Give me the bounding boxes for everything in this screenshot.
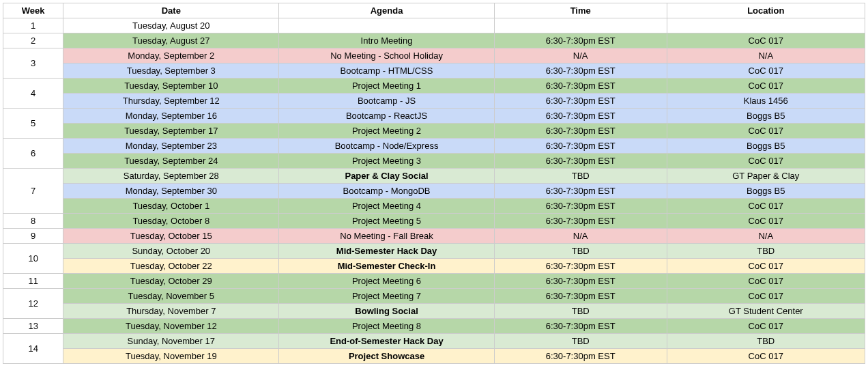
date-cell: Thursday, November 7 [63, 304, 279, 319]
location-cell: N/A [667, 229, 865, 244]
location-cell: CoC 017 [667, 349, 865, 364]
table-row: Monday, September 30Bootcamp - MongoDB6:… [3, 184, 865, 199]
location-cell: CoC 017 [667, 154, 865, 169]
date-cell: Tuesday, October 22 [63, 259, 279, 274]
time-cell: TBD [494, 334, 667, 349]
location-cell: TBD [667, 244, 865, 259]
agenda-cell: Project Meeting 7 [279, 289, 495, 304]
table-row: 13Tuesday, November 12Project Meeting 86… [3, 319, 865, 334]
date-cell: Tuesday, September 17 [63, 124, 279, 139]
table-row: Thursday, September 12Bootcamp - JS6:30-… [3, 94, 865, 109]
agenda-cell: Intro Meeting [279, 33, 495, 48]
table-row: 4Tuesday, September 10Project Meeting 16… [3, 79, 865, 94]
week-cell: 7 [3, 169, 63, 214]
agenda-cell: Project Meeting 6 [279, 274, 495, 289]
week-cell: 14 [3, 334, 63, 364]
time-cell: 6:30-7:30pm EST [494, 259, 667, 274]
table-row: 1Tuesday, August 20 [3, 18, 865, 33]
location-cell: CoC 017 [667, 79, 865, 94]
time-cell: 6:30-7:30pm EST [494, 94, 667, 109]
week-cell: 5 [3, 109, 63, 139]
time-cell: 6:30-7:30pm EST [494, 199, 667, 214]
date-cell: Monday, September 23 [63, 139, 279, 154]
time-cell: 6:30-7:30pm EST [494, 154, 667, 169]
table-row: Thursday, November 7Bowling SocialTBDGT … [3, 304, 865, 319]
time-cell: N/A [494, 48, 667, 63]
time-cell: 6:30-7:30pm EST [494, 319, 667, 334]
schedule-table: Week Date Agenda Time Location 1Tuesday,… [3, 3, 865, 364]
location-cell: GT Student Center [667, 304, 865, 319]
location-cell: CoC 017 [667, 214, 865, 229]
table-row: 3Monday, September 2No Meeting - School … [3, 48, 865, 63]
agenda-cell: Bootcamp - Node/Express [279, 139, 495, 154]
agenda-cell: Project Showcase [279, 349, 495, 364]
location-cell: N/A [667, 48, 865, 63]
time-cell: 6:30-7:30pm EST [494, 33, 667, 48]
header-date: Date [63, 3, 279, 18]
date-cell: Monday, September 30 [63, 184, 279, 199]
table-row: 12Tuesday, November 5Project Meeting 76:… [3, 289, 865, 304]
week-cell: 12 [3, 289, 63, 319]
week-cell: 6 [3, 139, 63, 169]
header-agenda: Agenda [279, 3, 495, 18]
table-row: Tuesday, September 3Bootcamp - HTML/CSS6… [3, 63, 865, 79]
agenda-cell: Bootcamp - HTML/CSS [279, 63, 495, 79]
table-row: 6Monday, September 23Bootcamp - Node/Exp… [3, 139, 865, 154]
table-row: 11Tuesday, October 29Project Meeting 66:… [3, 274, 865, 289]
header-location: Location [667, 3, 865, 18]
agenda-cell: Project Meeting 8 [279, 319, 495, 334]
week-cell: 9 [3, 229, 63, 244]
agenda-cell: Bowling Social [279, 304, 495, 319]
date-cell: Tuesday, August 27 [63, 33, 279, 48]
agenda-cell: Project Meeting 5 [279, 214, 495, 229]
date-cell: Tuesday, October 15 [63, 229, 279, 244]
table-row: 10Sunday, October 20Mid-Semester Hack Da… [3, 244, 865, 259]
location-cell: Boggs B5 [667, 139, 865, 154]
time-cell: 6:30-7:30pm EST [494, 289, 667, 304]
location-cell: CoC 017 [667, 124, 865, 139]
date-cell: Monday, September 2 [63, 48, 279, 63]
time-cell: TBD [494, 169, 667, 184]
date-cell: Sunday, October 20 [63, 244, 279, 259]
date-cell: Tuesday, October 29 [63, 274, 279, 289]
agenda-cell: Project Meeting 3 [279, 154, 495, 169]
table-row: 2Tuesday, August 27Intro Meeting6:30-7:3… [3, 33, 865, 48]
week-cell: 1 [3, 18, 63, 33]
time-cell [494, 18, 667, 33]
header-row: Week Date Agenda Time Location [3, 3, 865, 18]
agenda-cell: Project Meeting 1 [279, 79, 495, 94]
agenda-cell: Bootcamp - ReactJS [279, 109, 495, 124]
date-cell: Monday, September 16 [63, 109, 279, 124]
date-cell: Tuesday, September 10 [63, 79, 279, 94]
location-cell: Boggs B5 [667, 184, 865, 199]
date-cell: Sunday, November 17 [63, 334, 279, 349]
agenda-cell: Paper & Clay Social [279, 169, 495, 184]
location-cell: TBD [667, 334, 865, 349]
table-row: 8Tuesday, October 8Project Meeting 56:30… [3, 214, 865, 229]
table-row: 7Saturday, September 28Paper & Clay Soci… [3, 169, 865, 184]
time-cell: 6:30-7:30pm EST [494, 274, 667, 289]
table-row: Tuesday, October 1Project Meeting 46:30-… [3, 199, 865, 214]
date-cell: Tuesday, November 19 [63, 349, 279, 364]
agenda-cell: No Meeting - School Holiday [279, 48, 495, 63]
date-cell: Tuesday, September 3 [63, 63, 279, 79]
location-cell: CoC 017 [667, 63, 865, 79]
time-cell: 6:30-7:30pm EST [494, 124, 667, 139]
date-cell: Tuesday, August 20 [63, 18, 279, 33]
table-row: 14Sunday, November 17End-of-Semester Hac… [3, 334, 865, 349]
header-time: Time [494, 3, 667, 18]
agenda-cell: Mid-Semester Hack Day [279, 244, 495, 259]
time-cell: 6:30-7:30pm EST [494, 349, 667, 364]
date-cell: Tuesday, September 24 [63, 154, 279, 169]
table-row: Tuesday, November 19Project Showcase6:30… [3, 349, 865, 364]
time-cell: 6:30-7:30pm EST [494, 79, 667, 94]
week-cell: 4 [3, 79, 63, 109]
location-cell: GT Paper & Clay [667, 169, 865, 184]
location-cell: CoC 017 [667, 33, 865, 48]
table-row: Tuesday, October 22Mid-Semester Check-In… [3, 259, 865, 274]
date-cell: Tuesday, November 12 [63, 319, 279, 334]
time-cell: 6:30-7:30pm EST [494, 139, 667, 154]
date-cell: Saturday, September 28 [63, 169, 279, 184]
time-cell: N/A [494, 229, 667, 244]
agenda-cell: End-of-Semester Hack Day [279, 334, 495, 349]
